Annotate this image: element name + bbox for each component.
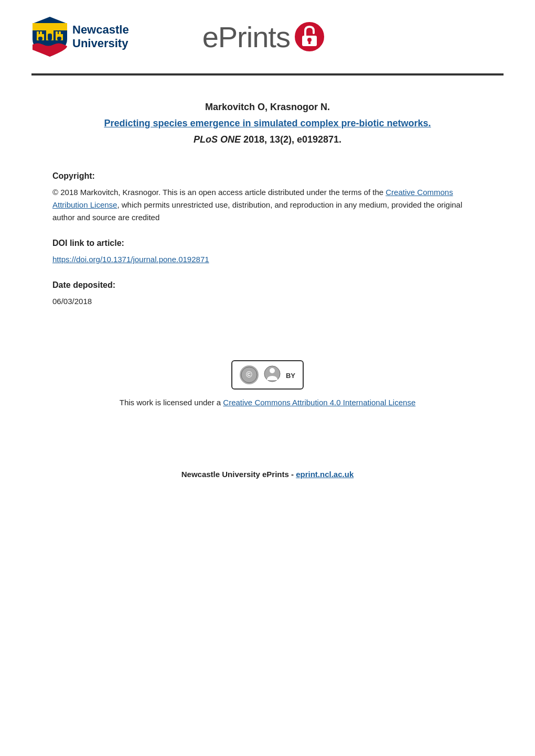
footer-text-start: Newcastle University ePrints -: [181, 470, 296, 479]
main-content: Markovitch O, Krasnogor N. Predicting sp…: [0, 75, 535, 449]
cc-by-icon: [264, 365, 281, 384]
svg-rect-10: [38, 37, 42, 40]
footer-eprint-link[interactable]: eprint.ncl.ac.uk: [296, 470, 354, 479]
svg-text:©: ©: [246, 370, 252, 379]
date-deposited-value: 06/03/2018: [52, 295, 483, 308]
citation-block: Markovitch O, Krasnogor N. Predicting sp…: [52, 102, 483, 145]
nu-name-line2: University: [72, 37, 129, 50]
license-section: © BY This work is lice: [52, 360, 483, 407]
cc-icon: ©: [240, 365, 259, 384]
svg-rect-4: [37, 31, 39, 35]
open-lock-icon: [294, 21, 325, 52]
doi-body: https://doi.org/10.1371/journal.pone.019…: [52, 253, 483, 266]
eprints-logo: ePrints: [202, 20, 325, 54]
license-text-start: This work is licensed under a: [120, 398, 223, 407]
newcastle-university-logo: Newcastle University: [31, 16, 129, 58]
copyright-body: © 2018 Markovitch, Krasnogor. This is an…: [52, 186, 483, 224]
eprints-label: ePrints: [202, 20, 290, 54]
svg-rect-6: [56, 31, 58, 35]
svg-rect-7: [59, 31, 61, 35]
page: Newcastle University ePrints: [0, 0, 535, 756]
date-deposited-section: Date deposited: 06/03/2018: [52, 280, 483, 308]
copyright-section: Copyright: © 2018 Markovitch, Krasnogor.…: [52, 171, 483, 224]
citation-title: Predicting species emergence in simulate…: [52, 118, 483, 129]
doi-section: DOI link to article: https://doi.org/10.…: [52, 239, 483, 266]
journal-details: 2018, 13(2), e0192871.: [241, 134, 341, 145]
date-deposited-heading: Date deposited:: [52, 280, 483, 290]
license-text: This work is licensed under a Creative C…: [52, 398, 483, 407]
nu-shield-icon: [31, 16, 68, 58]
cc-badge: © BY: [231, 360, 304, 390]
citation-title-link[interactable]: Predicting species emergence in simulate…: [104, 118, 431, 128]
copyright-heading: Copyright:: [52, 171, 483, 181]
svg-rect-11: [57, 37, 61, 40]
nu-name-line1: Newcastle: [72, 23, 129, 37]
svg-rect-17: [308, 41, 311, 44]
nu-text-block: Newcastle University: [72, 23, 129, 51]
copyright-text-start: © 2018 Markovitch, Krasnogor. This is an…: [52, 188, 386, 197]
svg-rect-9: [49, 28, 51, 31]
citation-journal: PLoS ONE 2018, 13(2), e0192871.: [52, 134, 483, 145]
cc-license-link[interactable]: Creative Commons Attribution 4.0 Interna…: [223, 398, 415, 407]
footer: Newcastle University ePrints - eprint.nc…: [0, 459, 535, 489]
svg-rect-5: [40, 31, 42, 35]
svg-point-21: [270, 368, 275, 373]
journal-name: PLoS ONE: [194, 134, 241, 145]
cc-by-label: BY: [286, 372, 295, 380]
header: Newcastle University ePrints: [0, 0, 535, 68]
doi-heading: DOI link to article:: [52, 239, 483, 248]
svg-rect-12: [48, 34, 52, 40]
svg-rect-8: [46, 28, 48, 31]
citation-authors: Markovitch O, Krasnogor N.: [52, 102, 483, 113]
doi-link[interactable]: https://doi.org/10.1371/journal.pone.019…: [52, 255, 209, 264]
